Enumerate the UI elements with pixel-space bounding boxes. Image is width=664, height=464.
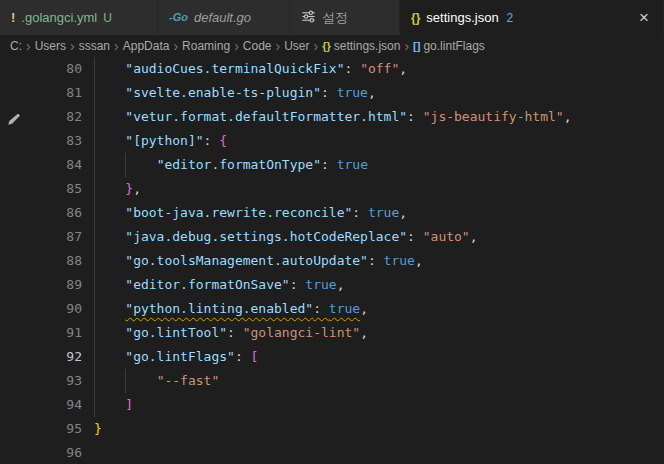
tab-golangci-yml[interactable]: ! .golangci.yml U [0, 0, 158, 35]
code-token: "boot-java.rewrite.reconcile" [125, 205, 352, 220]
code-line-88[interactable]: 88 "go.toolsManagement.autoUpdate": true… [0, 249, 664, 273]
code-line-94[interactable]: 94 ] [0, 393, 664, 417]
close-icon[interactable]: × [636, 9, 652, 26]
indent-guide [94, 249, 95, 273]
breadcrumb-item[interactable]: User [284, 39, 309, 53]
code-line-90[interactable]: 90 "python.linting.enabled": true, [0, 297, 664, 321]
code-token: "editor.formatOnType" [157, 157, 321, 172]
breadcrumb-item[interactable]: []go.lintFlags [413, 39, 485, 53]
line-number[interactable]: 89 [0, 273, 90, 297]
indent-guide [94, 201, 95, 225]
line-number[interactable]: 83 [0, 129, 90, 153]
code-token: : [344, 61, 360, 76]
breadcrumb-separator: › [234, 39, 239, 53]
line-number[interactable]: 95 [0, 417, 90, 441]
breadcrumb-label: go.lintFlags [423, 39, 484, 53]
code-line-89[interactable]: 89 "editor.formatOnSave": true, [0, 273, 664, 297]
edit-pencil-icon[interactable] [7, 110, 20, 123]
code-token: "go.lintTool" [125, 325, 227, 340]
code-token: : [368, 253, 384, 268]
breadcrumb-label: settings.json [334, 39, 401, 53]
indent-guide [125, 153, 126, 177]
code-token: "golangci-lint" [243, 325, 360, 340]
code-token: : [321, 85, 337, 100]
code-token: : [227, 325, 243, 340]
line-number[interactable]: 93 [0, 369, 90, 393]
code-token: , [360, 325, 368, 340]
code-token: true [337, 85, 368, 100]
code-token: , [360, 301, 368, 316]
line-number[interactable]: 85 [0, 177, 90, 201]
line-number[interactable]: 86 [0, 201, 90, 225]
code-line-81[interactable]: 81 "svelte.enable-ts-plugin": true, [0, 81, 664, 105]
line-number[interactable]: 84 [0, 153, 90, 177]
code-token: true [368, 205, 399, 220]
tab-label-settings-ui: 설정 [322, 9, 348, 27]
line-number[interactable]: 96 [0, 441, 90, 464]
breadcrumb-item[interactable]: AppData [123, 39, 170, 53]
breadcrumb-label: sssan [79, 39, 110, 53]
breadcrumb-separator: › [404, 39, 409, 53]
code-line-82[interactable]: 82 "vetur.format.defaultFormatter.html":… [0, 105, 664, 129]
indent-guide [94, 369, 95, 393]
tab-count-badge: 2 [507, 11, 514, 25]
line-number[interactable]: 92 [0, 345, 90, 369]
code-token: "audioCues.terminalQuickFix" [125, 61, 344, 76]
code-token [94, 133, 125, 148]
indent-guide [94, 321, 95, 345]
line-number[interactable]: 80 [0, 57, 90, 81]
code-token: , [399, 61, 407, 76]
breadcrumb-label: Roaming [182, 39, 230, 53]
tab-settings-json[interactable]: {} settings.json 2 × [400, 0, 664, 35]
code-token: , [337, 277, 345, 292]
line-number[interactable]: 90 [0, 297, 90, 321]
code-token: : [407, 229, 423, 244]
code-line-96[interactable]: 96 [0, 441, 664, 464]
indent-guide [94, 81, 95, 105]
indent-guide [94, 57, 95, 81]
tab-default-go[interactable]: -Go default.go [158, 0, 290, 35]
code-line-93[interactable]: 93 "--fast" [0, 369, 664, 393]
code-token: : [235, 349, 251, 364]
code-line-83[interactable]: 83 "[python]": { [0, 129, 664, 153]
line-number[interactable]: 88 [0, 249, 90, 273]
code-token: } [125, 181, 133, 196]
code-token: "[python]" [125, 133, 203, 148]
breadcrumb-item[interactable]: {}settings.json [322, 39, 400, 53]
code-line-80[interactable]: 80 "audioCues.terminalQuickFix": "off", [0, 57, 664, 81]
code-line-95[interactable]: 95} [0, 417, 664, 441]
breadcrumb-item[interactable]: Code [243, 39, 272, 53]
line-number[interactable]: 91 [0, 321, 90, 345]
breadcrumb-item[interactable]: C: [10, 39, 22, 53]
code-token [94, 109, 125, 124]
code-token: "java.debug.settings.hotCodeReplace" [125, 229, 407, 244]
code-token: "--fast" [157, 373, 220, 388]
code-line-91[interactable]: 91 "go.lintTool": "golangci-lint", [0, 321, 664, 345]
array-symbol-icon: [] [413, 40, 420, 52]
code-token: "off" [360, 61, 399, 76]
tab-settings-ui[interactable]: 설정 [290, 0, 400, 35]
line-number[interactable]: 81 [0, 81, 90, 105]
breadcrumb-item[interactable]: sssan [79, 39, 110, 53]
breadcrumb-item[interactable]: Roaming [182, 39, 230, 53]
code-token: true [384, 253, 415, 268]
line-number[interactable]: 94 [0, 393, 90, 417]
code-line-84[interactable]: 84 "editor.formatOnType": true [0, 153, 664, 177]
code-token: "editor.formatOnSave" [125, 277, 289, 292]
line-number[interactable]: 87 [0, 225, 90, 249]
code-token: : [290, 277, 306, 292]
tab-label-default-go: default.go [194, 10, 251, 25]
code-token: "auto" [423, 229, 470, 244]
code-token: , [415, 253, 423, 268]
code-token: , [133, 181, 141, 196]
breadcrumb-item[interactable]: Users [35, 39, 66, 53]
code-line-85[interactable]: 85 }, [0, 177, 664, 201]
code-line-87[interactable]: 87 "java.debug.settings.hotCodeReplace":… [0, 225, 664, 249]
tab-bar: ! .golangci.yml U -Go default.go 설정 {} [0, 0, 664, 35]
code-line-92[interactable]: 92 "go.lintFlags": [ [0, 345, 664, 369]
indent-guide [94, 297, 95, 321]
code-token: "vetur.format.defaultFormatter.html" [125, 109, 407, 124]
settings-sliders-icon [301, 9, 316, 26]
code-line-86[interactable]: 86 "boot-java.rewrite.reconcile": true, [0, 201, 664, 225]
vscode-window: ! .golangci.yml U -Go default.go 설정 {} [0, 0, 664, 464]
